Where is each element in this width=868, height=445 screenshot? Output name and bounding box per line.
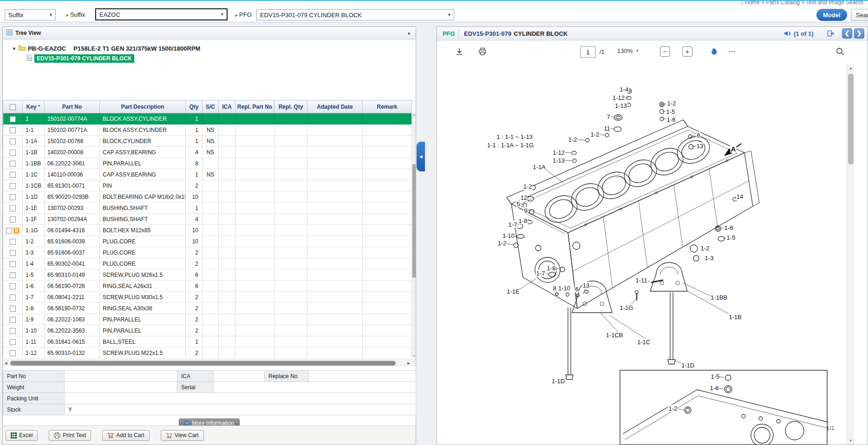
row-checkbox[interactable]: [10, 138, 16, 144]
table-row[interactable]: 1-806.56190-0732RING,SEAL A30x362: [3, 303, 412, 314]
row-checkbox[interactable]: [10, 116, 16, 122]
row-checkbox[interactable]: [10, 272, 16, 278]
table-row[interactable]: 1-265.91606-0039PLUG,CORE10: [3, 236, 412, 247]
search-button[interactable]: Sear: [851, 9, 868, 21]
table-row[interactable]: 1-1BB06.22022-3061PIN,PARALLEL8: [3, 158, 412, 169]
row-checkbox[interactable]: [10, 183, 16, 189]
table-row[interactable]: 1-606.56190-0726RING,SEAL A26x316: [3, 281, 412, 292]
table-row[interactable]: 1-906.22022-1063PIN,PARALLEL2: [3, 314, 412, 325]
view-cart-button[interactable]: View Cart: [161, 430, 204, 441]
excel-button[interactable]: Excel: [6, 430, 38, 441]
table-row[interactable]: 1-1A150102-00768BLOCK,CYLINDER1NS: [3, 136, 412, 147]
scroll-left-arrow[interactable]: ◀: [3, 360, 9, 366]
table-row[interactable]: 1-1150102-00771ABLOCK ASSY,CYLINDER1NS: [3, 124, 412, 136]
row-checkbox[interactable]: [10, 283, 16, 289]
column-header[interactable]: Qty: [186, 100, 202, 113]
category-select[interactable]: Suffix▼: [5, 9, 56, 20]
row-checkbox[interactable]: [10, 250, 16, 256]
prev-page-button[interactable]: ❮: [842, 28, 852, 39]
model-button[interactable]: Model: [816, 9, 847, 21]
scroll-down-arrow[interactable]: ▼: [412, 354, 416, 358]
row-checkbox[interactable]: [10, 317, 16, 323]
column-header[interactable]: Repl. Qty: [274, 100, 307, 113]
tree-root-node[interactable]: ▼ PB-G-EAZOC P158LE-2 T1 GEN 321/375kW 1…: [12, 45, 200, 52]
next-page-button[interactable]: ❯: [854, 28, 864, 39]
scroll-thumb[interactable]: [412, 164, 416, 278]
print-text-button[interactable]: Print Text: [49, 430, 91, 441]
row-checkbox[interactable]: [10, 306, 16, 312]
pfg-select[interactable]: EDV15-P301-079 CYLINDER BLOCK▼: [256, 9, 454, 20]
table-row[interactable]: 1-1D65.90020-0293BBOLT,BEARING CAP M18x2…: [3, 191, 412, 203]
zoom-out-button[interactable]: −: [660, 46, 670, 57]
add-to-cart-button[interactable]: Add to Cart: [102, 430, 150, 441]
column-header[interactable]: S/C: [202, 100, 219, 113]
column-header[interactable]: ICA: [219, 100, 235, 113]
row-checkbox[interactable]: [10, 216, 16, 222]
suffix-combobox[interactable]: EAZOC▼: [95, 8, 228, 20]
row-checkbox[interactable]: [10, 127, 16, 133]
scroll-right-arrow[interactable]: ▶: [405, 360, 412, 366]
table-row[interactable]: B1-1G06.01494-4316BOLT,HEX M12x8510: [3, 225, 412, 236]
scroll-down-arrow[interactable]: ▼: [847, 437, 855, 445]
table-row[interactable]: 1-465.90302-0041PLUG,CORE2: [3, 258, 412, 269]
row-checkbox[interactable]: [10, 350, 16, 356]
tree-expand-icon[interactable]: ▼: [12, 46, 16, 51]
scroll-up-arrow[interactable]: ▲: [412, 113, 416, 117]
table-row[interactable]: 1-1C140110-00036CAP ASSY,BEARING1NS: [3, 169, 412, 180]
tree-child-node[interactable]: EDV15-P301-079 CYLINDER BLOCK: [27, 54, 134, 63]
row-checkbox[interactable]: [10, 161, 16, 167]
table-row[interactable]: 1-565.90310-0149SCREW,PLUG M26x1.56: [3, 269, 412, 281]
select-all-header[interactable]: [3, 100, 23, 113]
search-icon[interactable]: [835, 46, 846, 57]
page-number-input[interactable]: [580, 46, 596, 58]
column-header[interactable]: Adapted Date: [307, 100, 363, 113]
column-header[interactable]: Part Description: [100, 100, 186, 113]
zoom-select[interactable]: 130% ▼: [617, 47, 639, 54]
table-row[interactable]: 1-706.08041-2211SCREW,PLUG M30x1.52: [3, 292, 412, 303]
table-row[interactable]: 1-1F130702-00294ABUSHING,SHAFT4: [3, 214, 412, 225]
table-row[interactable]: 1-1106.31641-0615BALL,STEEL1: [3, 336, 412, 347]
table-row[interactable]: 1-365.91606-0037PLUG,CORE2: [3, 247, 412, 258]
tree-selected-node[interactable]: EDV15-P301-079 CYLINDER BLOCK: [34, 54, 134, 63]
breadcrumb[interactable]: ⌂ Home > Parts Catalog > Text and Image …: [740, 0, 863, 6]
row-checkbox[interactable]: [10, 239, 16, 245]
audio-icon[interactable]: [783, 30, 791, 39]
cell-ica: [219, 169, 235, 180]
table-row[interactable]: 1-1265.90310-0132SCREW,PLUG M22x1.52: [3, 347, 412, 359]
viewer-vertical-scrollbar[interactable]: ▲ ▼: [847, 65, 854, 445]
column-header[interactable]: Repl. Part No: [235, 100, 274, 113]
row-checkbox[interactable]: [10, 294, 16, 301]
scroll-up-arrow[interactable]: ▲: [847, 65, 855, 72]
row-checkbox[interactable]: [10, 328, 16, 334]
column-header[interactable]: Key▲: [23, 100, 45, 113]
table-row[interactable]: 1-1B140202-00008CAP ASSY,BEARING4NS: [3, 147, 412, 158]
row-checkbox[interactable]: [6, 228, 12, 234]
hand-tool-icon[interactable]: [708, 46, 719, 57]
go-to-page-icon[interactable]: [827, 30, 835, 39]
more-tools-button[interactable]: ...: [729, 46, 736, 53]
zoom-in-button[interactable]: +: [682, 46, 692, 57]
table-vertical-scrollbar[interactable]: ▲ ▼: [411, 113, 416, 358]
row-checkbox[interactable]: [10, 261, 16, 267]
table-row[interactable]: 1-1CB65.91301-0071PIN2: [3, 180, 412, 191]
panel-collapse-handle[interactable]: ◀: [417, 142, 425, 171]
row-checkbox[interactable]: [10, 194, 16, 200]
select-all-checkbox[interactable]: [10, 104, 16, 110]
parts-diagram[interactable]: 1/1 1-41-121-131-21-51-67111-21-21 : 1-1…: [437, 65, 847, 445]
row-checkbox[interactable]: [10, 150, 16, 156]
table-horizontal-scrollbar[interactable]: ◀ ▶: [3, 360, 416, 366]
scroll-thumb[interactable]: [848, 74, 854, 164]
scroll-thumb[interactable]: [10, 361, 396, 366]
table-row[interactable]: 1-1006.22022-3563PIN,PARALLEL2: [3, 325, 412, 336]
table-row[interactable]: 1150102-00774ABLOCK ASSY,CYLINDER1: [3, 113, 412, 124]
table-row[interactable]: 1-1E130702-00293BUSHING,SHAFT1: [3, 203, 412, 214]
column-header[interactable]: Remark: [363, 100, 412, 113]
row-checkbox[interactable]: [10, 172, 16, 178]
column-header[interactable]: Part No: [45, 100, 100, 113]
cell-key: 1-12: [23, 347, 45, 359]
row-checkbox[interactable]: [10, 205, 16, 211]
download-icon[interactable]: [454, 46, 465, 57]
print-icon[interactable]: [477, 46, 488, 57]
collapse-panel-arrow[interactable]: ▲: [407, 31, 411, 35]
row-checkbox[interactable]: [10, 339, 16, 345]
